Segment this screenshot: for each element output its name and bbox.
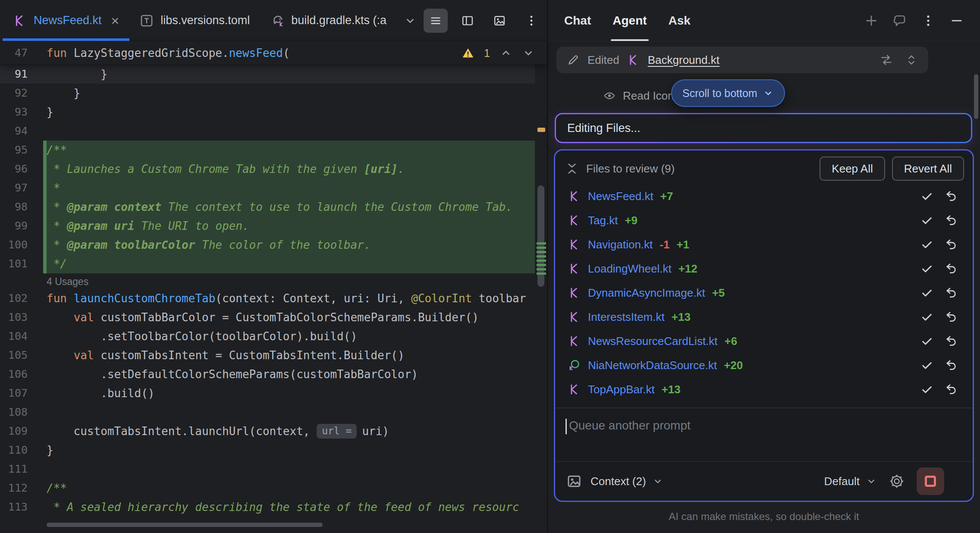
file-link[interactable]: Navigation.kt bbox=[588, 238, 653, 251]
keep-file-button[interactable] bbox=[918, 383, 936, 396]
code-line[interactable]: 93} bbox=[0, 103, 535, 122]
file-link[interactable]: DynamicAsyncImage.kt bbox=[588, 286, 705, 300]
code-line[interactable]: 100 * @param toolbarColor The color of t… bbox=[0, 235, 535, 254]
stop-button[interactable] bbox=[917, 467, 944, 495]
code-line[interactable]: 99 * @param uri The URI to open. bbox=[0, 216, 535, 235]
revert-file-button[interactable] bbox=[942, 262, 960, 275]
next-occurrence-button[interactable] bbox=[522, 47, 535, 60]
file-link[interactable]: InterestsItem.kt bbox=[588, 310, 665, 324]
file-link[interactable]: NewsResourceCardList.kt bbox=[588, 335, 718, 348]
options-kebab-icon[interactable] bbox=[921, 14, 935, 28]
file-review-row[interactable]: LoadingWheel.kt+12 bbox=[555, 257, 973, 281]
file-review-row[interactable]: DynamicAsyncImage.kt+5 bbox=[555, 281, 973, 305]
prompt-input[interactable]: Queue another prompt bbox=[555, 408, 973, 461]
keep-file-button[interactable] bbox=[918, 310, 936, 323]
split-editor-button[interactable] bbox=[455, 9, 480, 33]
code-line[interactable]: 104 .setToolbarColor(toolbarColor).build… bbox=[0, 327, 535, 346]
structure-view-button[interactable] bbox=[424, 9, 448, 33]
keep-file-button[interactable] bbox=[918, 190, 936, 203]
sticky-context-line[interactable]: 47 fun LazyStaggeredGridScope.newsFeed( … bbox=[0, 41, 547, 65]
model-selector[interactable]: Default bbox=[824, 475, 860, 488]
file-review-row[interactable]: NewsResourceCardList.kt+6 bbox=[555, 329, 973, 353]
tab-chat[interactable]: Chat bbox=[562, 0, 593, 41]
code-line[interactable]: 111 bbox=[0, 460, 535, 479]
image-attach-icon[interactable] bbox=[566, 473, 582, 489]
tab-build-gradle-kts[interactable]: build.gradle.kts (:a bbox=[260, 0, 397, 41]
code-line[interactable]: 97 * bbox=[0, 179, 535, 198]
code-line[interactable]: 113 * A sealed hierarchy describing the … bbox=[0, 498, 535, 517]
code-line[interactable]: 107 .build() bbox=[0, 384, 535, 403]
revert-file-button[interactable] bbox=[942, 190, 960, 203]
code-line[interactable]: 105 val customTabsIntent = CustomTabsInt… bbox=[0, 346, 535, 365]
code-line[interactable]: 96 * Launches a Custom Chrome Tab with t… bbox=[0, 160, 535, 179]
code-line[interactable]: 102fun launchCustomChromeTab(context: Co… bbox=[0, 289, 535, 308]
chat-scrollbar[interactable] bbox=[974, 74, 978, 119]
revert-file-button[interactable] bbox=[942, 335, 960, 348]
editor-options-kebab[interactable] bbox=[519, 9, 543, 33]
keep-file-button[interactable] bbox=[918, 262, 936, 275]
revert-file-button[interactable] bbox=[942, 383, 960, 396]
code-area[interactable]: 91 }92 }93}9495/**96 * Launches a Custom… bbox=[0, 65, 535, 533]
scroll-to-bottom-button[interactable]: Scroll to bottom bbox=[671, 79, 785, 107]
revert-file-button[interactable] bbox=[942, 214, 960, 227]
file-review-row[interactable]: InterestsItem.kt+13 bbox=[555, 305, 973, 329]
code-line[interactable]: 110} bbox=[0, 441, 535, 460]
code-line[interactable]: 98 * @param context The context to use t… bbox=[0, 198, 535, 216]
file-link[interactable]: NiaNetworkDataSource.kt bbox=[588, 359, 717, 372]
file-review-row[interactable]: NiaNetworkDataSource.kt+20 bbox=[555, 353, 973, 377]
code-line[interactable]: 106 .setDefaultColorSchemeParams(customT… bbox=[0, 365, 535, 384]
tab-agent[interactable]: Agent bbox=[611, 0, 648, 41]
code-line[interactable]: 94 bbox=[0, 122, 535, 141]
file-link[interactable]: NewsFeed.kt bbox=[588, 190, 653, 203]
code-line[interactable]: 109 customTabsIntent.launchUrl(context, … bbox=[0, 422, 535, 441]
chevron-down-icon[interactable] bbox=[866, 476, 877, 487]
edited-file-card[interactable]: Edited Background.kt bbox=[556, 47, 928, 73]
keep-file-button[interactable] bbox=[918, 335, 936, 348]
revert-file-button[interactable] bbox=[942, 359, 960, 372]
settings-gear-icon[interactable] bbox=[889, 473, 905, 489]
code-line[interactable]: 92 } bbox=[0, 84, 535, 103]
expand-icon[interactable] bbox=[905, 53, 918, 66]
keep-all-button[interactable]: Keep All bbox=[820, 157, 885, 181]
keep-file-button[interactable] bbox=[918, 214, 936, 227]
edited-file-link[interactable]: Background.kt bbox=[648, 53, 719, 67]
keep-file-button[interactable] bbox=[918, 286, 936, 299]
tab-ask[interactable]: Ask bbox=[667, 0, 692, 41]
keep-file-button[interactable] bbox=[918, 359, 936, 372]
file-review-row[interactable]: Tag.kt+9 bbox=[555, 208, 973, 232]
revert-file-button[interactable] bbox=[942, 310, 960, 323]
close-tab-icon[interactable]: × bbox=[111, 14, 119, 28]
file-review-row[interactable]: Navigation.kt-1+1 bbox=[555, 232, 973, 257]
revert-file-button[interactable] bbox=[942, 238, 960, 251]
file-link[interactable]: LoadingWheel.kt bbox=[588, 262, 672, 276]
prev-occurrence-button[interactable] bbox=[499, 47, 512, 60]
tab-libs-versions-toml[interactable]: libs.versions.toml bbox=[129, 0, 260, 41]
code-line[interactable]: 101 */ bbox=[0, 254, 535, 273]
file-link[interactable]: Tag.kt bbox=[588, 214, 618, 227]
screenshot-button[interactable] bbox=[487, 9, 512, 33]
file-review-row[interactable]: TopAppBar.kt+13 bbox=[555, 377, 973, 401]
code-line[interactable]: 95/** bbox=[0, 141, 535, 160]
editor-horizontal-scrollbar[interactable] bbox=[47, 523, 323, 527]
chevron-down-icon[interactable] bbox=[652, 476, 663, 487]
changed-lines-mark[interactable] bbox=[537, 242, 546, 276]
context-selector[interactable]: Context (2) bbox=[591, 475, 646, 488]
keep-file-button[interactable] bbox=[918, 238, 936, 251]
revert-file-button[interactable] bbox=[942, 286, 960, 299]
usages-inlay-row[interactable]: 4 Usages bbox=[0, 273, 535, 289]
hidden-tabs-chevron[interactable] bbox=[397, 0, 424, 41]
tab-newsfeed-kt[interactable]: NewsFeed.kt × bbox=[3, 0, 129, 41]
revert-all-button[interactable]: Revert All bbox=[892, 157, 964, 181]
file-review-row[interactable]: NewsFeed.kt+7 bbox=[555, 184, 973, 208]
hide-panel-icon[interactable] bbox=[950, 14, 964, 28]
code-line[interactable]: 108 bbox=[0, 403, 535, 422]
file-link[interactable]: TopAppBar.kt bbox=[588, 383, 655, 396]
open-diff-icon[interactable] bbox=[880, 53, 893, 66]
code-line[interactable]: 91 } bbox=[0, 65, 535, 84]
code-line[interactable]: 112/** bbox=[0, 479, 535, 498]
warning-stripe-mark[interactable] bbox=[537, 128, 545, 132]
collapse-icon[interactable] bbox=[565, 162, 578, 175]
code-line[interactable]: 103 val customTabBarColor = CustomTabCol… bbox=[0, 308, 535, 327]
new-chat-icon[interactable] bbox=[864, 14, 878, 28]
chat-history-icon[interactable] bbox=[893, 14, 907, 28]
